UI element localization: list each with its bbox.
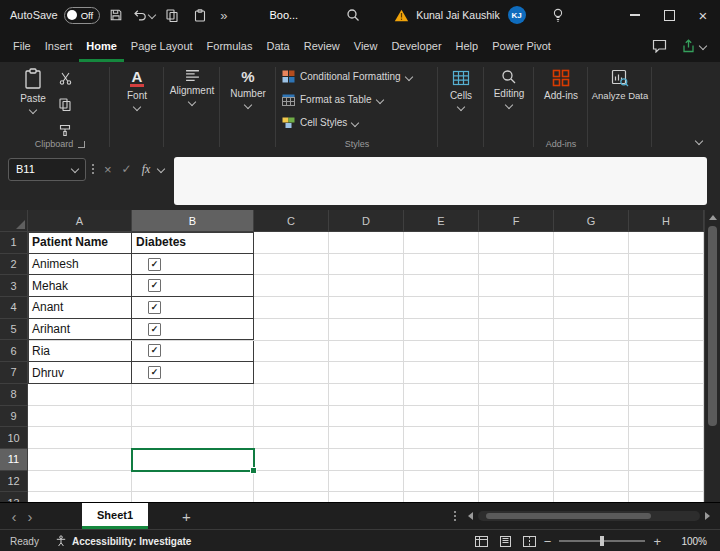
- cell-B5[interactable]: ✓: [132, 319, 254, 341]
- menu-tab-developer[interactable]: Developer: [384, 30, 448, 62]
- cell-B2[interactable]: ✓: [132, 254, 254, 276]
- scroll-left-icon[interactable]: [468, 512, 473, 520]
- confirm-entry-button[interactable]: ✓: [122, 162, 132, 176]
- zoom-out-button[interactable]: −: [544, 535, 552, 548]
- page-break-view-button[interactable]: [523, 536, 536, 547]
- copy-button[interactable]: [160, 3, 184, 27]
- add-sheet-button[interactable]: +: [182, 508, 191, 525]
- copy-ribbon-button[interactable]: [59, 97, 72, 115]
- clipboard-dialog-launcher-icon[interactable]: [78, 141, 85, 148]
- number-button[interactable]: % Number: [220, 62, 276, 136]
- font-button[interactable]: A Font: [110, 62, 164, 136]
- row-header-6[interactable]: 6: [0, 340, 27, 362]
- sheet-tab-sheet1[interactable]: Sheet1: [82, 503, 148, 529]
- formula-bar-handle[interactable]: [92, 164, 94, 174]
- page-layout-view-button[interactable]: [499, 536, 512, 547]
- row-header-7[interactable]: 7: [0, 362, 27, 384]
- selected-cell-B11[interactable]: [131, 448, 255, 472]
- select-all-corner[interactable]: [0, 210, 28, 232]
- row-header-11[interactable]: 11: [0, 449, 27, 471]
- column-header-B[interactable]: B: [132, 210, 254, 232]
- column-header-A[interactable]: A: [28, 210, 132, 232]
- menu-tab-data[interactable]: Data: [259, 30, 296, 62]
- minimize-button[interactable]: [618, 0, 652, 30]
- cells-button[interactable]: Cells: [438, 62, 484, 136]
- row-header-9[interactable]: 9: [0, 406, 27, 428]
- cell-B6[interactable]: ✓: [132, 341, 254, 363]
- editing-button[interactable]: Editing: [484, 62, 534, 136]
- cells-region[interactable]: Patient NameDiabetesAnimesh✓Mehak✓Anant✓…: [28, 232, 704, 502]
- cell-A1[interactable]: Patient Name: [28, 232, 132, 254]
- menu-tab-view[interactable]: View: [347, 30, 385, 62]
- normal-view-button[interactable]: [475, 536, 488, 547]
- user-avatar[interactable]: KJ: [508, 6, 526, 24]
- cancel-entry-button[interactable]: ×: [104, 162, 112, 177]
- diabetes-checkbox-row2[interactable]: ✓: [148, 258, 161, 271]
- undo-dropdown-icon[interactable]: [148, 11, 156, 19]
- diabetes-checkbox-row3[interactable]: ✓: [148, 279, 161, 292]
- row-header-8[interactable]: 8: [0, 384, 27, 406]
- autosave-pill[interactable]: Off: [64, 7, 101, 24]
- formula-input[interactable]: [174, 157, 707, 205]
- row-header-13[interactable]: 13: [0, 492, 27, 502]
- row-header-2[interactable]: 2: [0, 254, 27, 276]
- menu-tab-file[interactable]: File: [6, 30, 38, 62]
- menu-tab-power-pivot[interactable]: Power Pivot: [485, 30, 558, 62]
- menu-tab-help[interactable]: Help: [449, 30, 486, 62]
- cell-styles-button[interactable]: Cell Styles: [276, 111, 438, 134]
- analyze-data-button[interactable]: Analyze Data: [588, 62, 652, 136]
- column-header-D[interactable]: D: [329, 210, 404, 232]
- alignment-button[interactable]: Alignment: [164, 62, 220, 136]
- sheet-nav-prev-icon[interactable]: ‹: [6, 508, 22, 525]
- cell-A7[interactable]: Dhruv: [28, 362, 132, 384]
- horizontal-scrollbar[interactable]: [468, 511, 710, 521]
- column-header-F[interactable]: F: [479, 210, 554, 232]
- row-header-3[interactable]: 3: [0, 275, 27, 297]
- ideas-button[interactable]: [552, 8, 564, 23]
- menu-tab-formulas[interactable]: Formulas: [200, 30, 260, 62]
- row-header-12[interactable]: 12: [0, 471, 27, 493]
- diabetes-checkbox-row6[interactable]: ✓: [148, 344, 161, 357]
- cell-B3[interactable]: ✓: [132, 275, 254, 297]
- scroll-up-icon[interactable]: [709, 215, 717, 220]
- search-button[interactable]: [346, 8, 360, 22]
- column-header-G[interactable]: G: [554, 210, 629, 232]
- comments-button[interactable]: [652, 39, 667, 53]
- menu-tab-home[interactable]: Home: [79, 30, 124, 62]
- alert-button[interactable]: [394, 9, 409, 22]
- sheet-nav-next-icon[interactable]: ›: [22, 508, 38, 525]
- zoom-slider-thumb[interactable]: [600, 536, 604, 546]
- column-header-H[interactable]: H: [629, 210, 704, 232]
- close-button[interactable]: ×: [686, 0, 720, 30]
- row-header-10[interactable]: 10: [0, 427, 27, 449]
- cut-button[interactable]: [59, 71, 72, 89]
- horizontal-scroll-thumb[interactable]: [486, 513, 651, 519]
- quick-access-overflow-button[interactable]: »: [220, 8, 227, 23]
- autosave-toggle[interactable]: AutoSave Off: [10, 7, 100, 24]
- format-as-table-button[interactable]: Format as Table: [276, 88, 438, 111]
- row-header-4[interactable]: 4: [0, 297, 27, 319]
- column-header-E[interactable]: E: [404, 210, 479, 232]
- accessibility-status[interactable]: Accessibility: Investigate: [72, 536, 192, 547]
- paste-quick-button[interactable]: [188, 3, 212, 27]
- cell-B4[interactable]: ✓: [132, 297, 254, 319]
- zoom-slider[interactable]: [559, 540, 645, 542]
- cell-A4[interactable]: Anant: [28, 297, 132, 319]
- zoom-level[interactable]: 100%: [669, 536, 707, 547]
- menu-tab-review[interactable]: Review: [297, 30, 347, 62]
- formula-bar-dropdown-icon[interactable]: [157, 165, 165, 173]
- horizontal-scroll-track[interactable]: [478, 511, 700, 521]
- cell-A5[interactable]: Arihant: [28, 319, 132, 341]
- cell-A2[interactable]: Animesh: [28, 254, 132, 276]
- diabetes-checkbox-row4[interactable]: ✓: [148, 301, 161, 314]
- share-button[interactable]: [681, 39, 706, 53]
- addins-button[interactable]: Add-ins: [534, 62, 588, 136]
- vertical-scroll-thumb[interactable]: [708, 226, 717, 426]
- menu-tab-insert[interactable]: Insert: [38, 30, 80, 62]
- scroll-right-icon[interactable]: [705, 512, 710, 520]
- row-header-5[interactable]: 5: [0, 319, 27, 341]
- vertical-scrollbar[interactable]: [704, 210, 720, 502]
- diabetes-checkbox-row7[interactable]: ✓: [148, 366, 161, 379]
- cell-B1[interactable]: Diabetes: [132, 232, 254, 254]
- cell-A3[interactable]: Mehak: [28, 275, 132, 297]
